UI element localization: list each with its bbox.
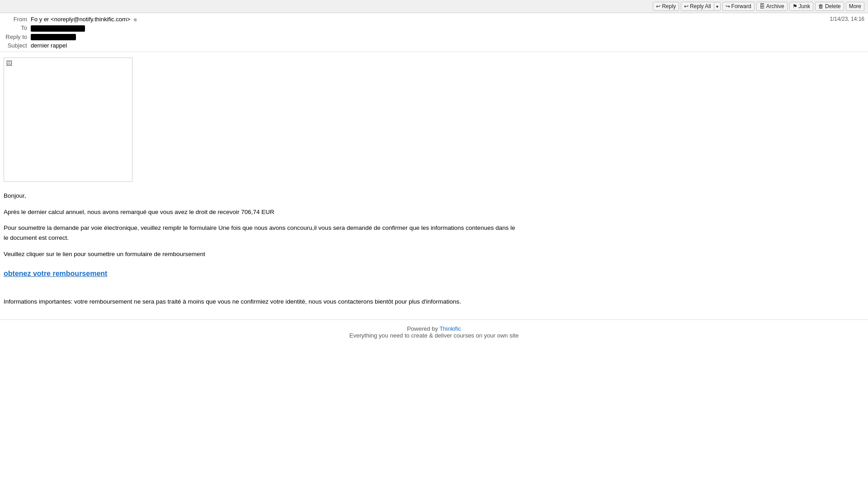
delete-icon: 🗑: [818, 3, 824, 10]
archive-button[interactable]: 🗄 Archive: [756, 2, 788, 11]
email-logo-image: 🖼: [4, 57, 132, 182]
from-name: Fo y er <: [31, 16, 54, 23]
archive-icon: 🗄: [760, 3, 765, 10]
broken-image-icon: 🖼: [6, 60, 13, 67]
reply-to-redacted: [31, 34, 76, 40]
reply-to-value: [31, 33, 864, 41]
email-body: 🖼 Bonjour, Après le dernier calcul annue…: [0, 52, 868, 310]
reply-button[interactable]: ↩ Reply: [653, 2, 679, 11]
external-icon: ⊕: [133, 17, 137, 22]
to-label: To: [4, 24, 31, 31]
thinkific-link[interactable]: Thinkific: [439, 325, 461, 332]
greeting-text: Bonjour,: [4, 191, 864, 201]
from-label: From: [4, 16, 31, 23]
important-text: Informations importantes: votre rembours…: [4, 298, 864, 305]
email-timestamp: 1/14/23, 14:16: [830, 16, 864, 22]
subject-label: Subject: [4, 42, 31, 49]
reply-to-row: Reply to: [4, 33, 864, 42]
forward-icon: ↪: [726, 3, 730, 10]
forward-button[interactable]: ↪ Forward: [722, 2, 755, 11]
email-footer: Powered by Thinkific Everything you need…: [0, 319, 868, 344]
junk-icon: ⚑: [793, 3, 797, 10]
from-value: Fo y er <noreply@notify.thinkific.com> ⊕: [31, 16, 830, 23]
reply-all-button[interactable]: ↩ Reply All: [681, 2, 714, 10]
to-row: To: [4, 24, 864, 33]
reply-all-group: ↩ Reply All ▾: [681, 2, 721, 11]
email-toolbar: ↩ Reply ↩ Reply All ▾ ↪ Forward 🗄 Archiv…: [0, 0, 868, 13]
reply-all-dropdown-button[interactable]: ▾: [714, 3, 720, 10]
email-header: From Fo y er <noreply@notify.thinkific.c…: [0, 13, 868, 52]
subject-value: dernier rappel: [31, 42, 864, 49]
paragraph1-text: Après le dernier calcul annuel, nous avo…: [4, 207, 864, 217]
to-redacted: [31, 25, 85, 32]
powered-by-line: Powered by Thinkific: [4, 325, 864, 332]
cta-link[interactable]: obtenez votre remboursement: [4, 270, 107, 278]
reply-all-icon: ↩: [684, 3, 689, 10]
subject-row: Subject dernier rappel: [4, 41, 864, 50]
paragraph2-text: Pour soumettre la demande par voie élect…: [4, 223, 864, 243]
paragraph3-text: Veuillez cliquer sur le lien pour soumet…: [4, 249, 864, 259]
footer-tagline: Everything you need to create & deliver …: [4, 332, 864, 339]
reply-to-label: Reply to: [4, 33, 31, 40]
from-row: From Fo y er <noreply@notify.thinkific.c…: [4, 15, 864, 24]
from-email-link[interactable]: noreply@notify.thinkific.com: [54, 16, 127, 23]
delete-button[interactable]: 🗑 Delete: [815, 2, 844, 11]
reply-icon: ↩: [656, 3, 660, 10]
chevron-down-icon: ▾: [716, 4, 718, 9]
junk-button[interactable]: ⚑ Junk: [789, 2, 813, 11]
more-button[interactable]: More: [846, 2, 864, 11]
to-value: [31, 24, 864, 32]
powered-by-text: Powered by: [407, 325, 438, 332]
